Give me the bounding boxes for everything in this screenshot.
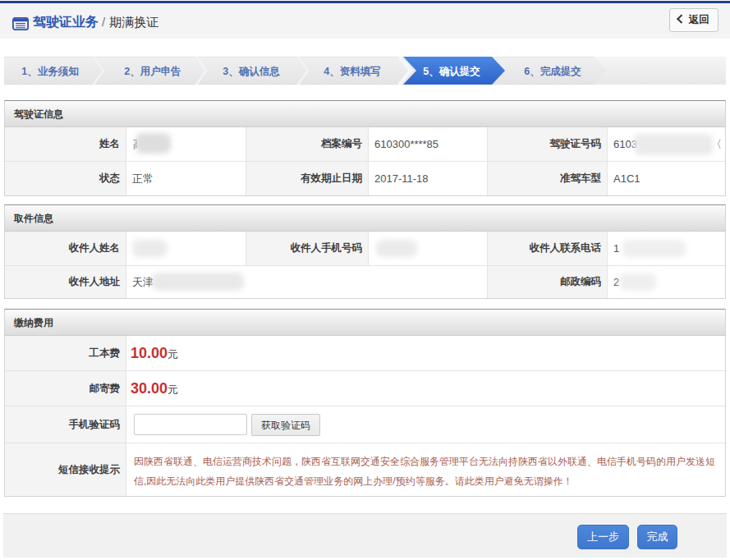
svg-text:3、确认信息: 3、确认信息 bbox=[223, 66, 280, 77]
svg-text:1、业务须知: 1、业务须知 bbox=[21, 66, 78, 77]
svg-text:4、资料填写: 4、资料填写 bbox=[324, 66, 380, 77]
svg-text:5、确认提交: 5、确认提交 bbox=[423, 66, 480, 77]
svg-text:6、完成提交: 6、完成提交 bbox=[524, 66, 581, 77]
svg-text:2、用户申告: 2、用户申告 bbox=[124, 66, 181, 77]
